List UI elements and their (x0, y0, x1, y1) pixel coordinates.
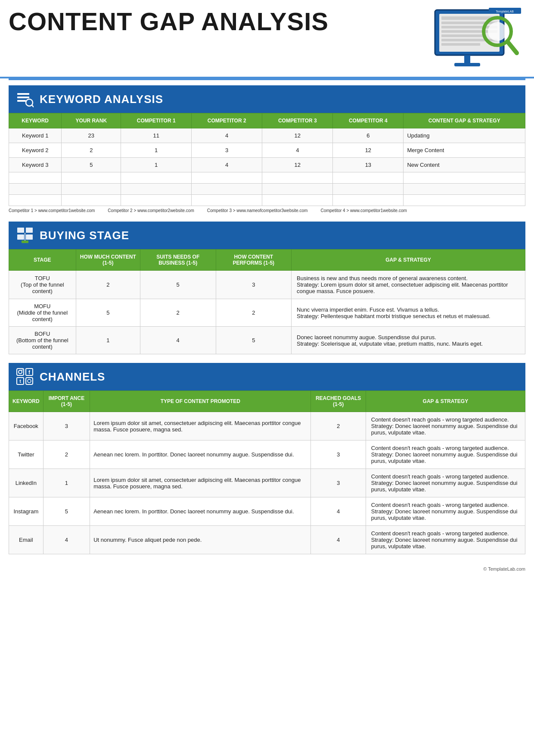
kw-cell-0-2: 11 (121, 128, 192, 143)
ch-header-importance: Import ance (1-5) (43, 391, 90, 412)
competitor-note: Competitor 2 > www.competitor2website.co… (108, 208, 194, 213)
watermark: © TemplateLab.com (0, 563, 534, 575)
ch-content_type-2: Lorem ipsum dolor sit amet, consectetuer… (90, 469, 311, 497)
svg-point-28 (19, 370, 22, 374)
kw-header-gap: Content Gap & Strategy (404, 113, 525, 128)
channels-table-row: Email4Ut nonummy. Fusce aliquet pede non… (9, 526, 525, 554)
kw-cell-3-1 (62, 172, 121, 184)
ch-importance-4: 4 (43, 526, 90, 554)
buying-section-title: BUYING STAGE (40, 229, 129, 242)
ch-keyword-1: Twitter (9, 440, 43, 469)
bs-col2-0: 2 (76, 271, 140, 299)
svg-text:TemplateLAB: TemplateLAB (496, 10, 514, 13)
bs-stage-0: TOFU (Top of the funnel content) (9, 271, 76, 299)
ch-reached-4: 4 (311, 526, 366, 554)
keyword-table-row: Keyword 35141213New Content (9, 158, 525, 172)
ch-reached-1: 3 (311, 440, 366, 469)
bs-col3-2: 4 (140, 327, 216, 354)
ch-gap-3: Content doesn't reach goals - wrong targ… (366, 497, 525, 526)
ch-content_type-3: Aenean nec lorem. In porttitor. Donec la… (90, 497, 311, 526)
kw-cell-0-0: Keyword 1 (9, 128, 62, 143)
kw-cell-5-5 (333, 195, 404, 206)
kw-cell-1-3: 3 (192, 143, 262, 158)
kw-cell-2-4: 12 (262, 158, 333, 172)
svg-rect-16 (17, 93, 29, 95)
ch-content_type-1: Aenean nec lorem. In porttitor. Donec la… (90, 440, 311, 469)
bs-gap-1: Nunc viverra imperdiet enim. Fusce est. … (292, 299, 525, 327)
channels-table-row: LinkedIn1Lorem ipsum dolor sit amet, con… (9, 469, 525, 497)
kw-cell-0-3: 4 (192, 128, 262, 143)
bs-header-gap: Gap & Strategy (292, 250, 525, 271)
svg-rect-6 (441, 34, 484, 37)
bs-col3-1: 2 (140, 299, 216, 327)
kw-cell-2-0: Keyword 3 (9, 158, 62, 172)
kw-header-keyword: KEYWORD (9, 113, 62, 128)
svg-rect-18 (17, 100, 26, 102)
bs-col3-0: 5 (140, 271, 216, 299)
ch-content_type-4: Ut nonummy. Fusce aliquet pede non pede. (90, 526, 311, 554)
channels-icon: f t (16, 368, 34, 385)
kw-cell-3-5 (333, 172, 404, 184)
ch-importance-2: 1 (43, 469, 90, 497)
kw-cell-3-3 (192, 172, 262, 184)
channels-table: KEYWORD Import ance (1-5) Type of conten… (9, 390, 525, 554)
ch-keyword-2: LinkedIn (9, 469, 43, 497)
keyword-icon (16, 91, 34, 108)
svg-line-20 (32, 105, 34, 107)
competitor-note: Competitor 1 > www.competitor1website.co… (9, 208, 95, 213)
kw-cell-3-0 (9, 172, 62, 184)
kw-cell-4-1 (62, 184, 121, 195)
channels-section: f t CHANNELS KEYWORD Import ance (1-5) T… (9, 363, 525, 554)
kw-cell-5-4 (262, 195, 333, 206)
monitor-icon: TemplateLAB (426, 8, 521, 70)
ch-header-reached: Reached Goals (1-5) (311, 391, 366, 412)
svg-point-35 (28, 379, 31, 383)
svg-rect-9 (464, 55, 470, 63)
ch-keyword-3: Instagram (9, 497, 43, 526)
channels-table-row: Facebook3Lorem ipsum dolor sit amet, con… (9, 412, 525, 440)
kw-cell-4-5 (333, 184, 404, 195)
kw-cell-5-0 (9, 195, 62, 206)
buying-table-row: TOFU (Top of the funnel content)253Busin… (9, 271, 525, 299)
kw-cell-3-2 (121, 172, 192, 184)
keyword-section-header: KEYWORD ANALYSIS (9, 85, 525, 113)
kw-cell-0-1: 23 (62, 128, 121, 143)
bs-col2-1: 5 (76, 299, 140, 327)
ch-gap-4: Content doesn't reach goals - wrong targ… (366, 526, 525, 554)
kw-header-comp1: Competitor 1 (121, 113, 192, 128)
competitor-note: Competitor 4 > www.competitor1website.co… (320, 208, 407, 213)
buying-stage-icon (16, 227, 34, 244)
kw-cell-2-3: 4 (192, 158, 262, 172)
svg-rect-22 (26, 228, 33, 233)
keyword-section-title: KEYWORD ANALYSIS (40, 93, 163, 106)
ch-importance-1: 2 (43, 440, 90, 469)
kw-cell-1-6: Merge Content (404, 143, 525, 158)
kw-cell-1-5: 12 (333, 143, 404, 158)
svg-rect-24 (26, 234, 33, 240)
kw-cell-1-0: Keyword 2 (9, 143, 62, 158)
kw-cell-1-4: 4 (262, 143, 333, 158)
ch-reached-3: 4 (311, 497, 366, 526)
svg-point-12 (488, 22, 507, 41)
kw-cell-5-3 (192, 195, 262, 206)
kw-header-your-rank: Your Rank (62, 113, 121, 128)
kw-cell-4-4 (262, 184, 333, 195)
ch-header-keyword: KEYWORD (9, 391, 43, 412)
channels-section-header: f t CHANNELS (9, 363, 525, 390)
bs-col2-2: 1 (76, 327, 140, 354)
kw-cell-4-2 (121, 184, 192, 195)
bs-col4-2: 5 (216, 327, 291, 354)
bs-header-suits: Suits Needs of Business (1-5) (140, 250, 216, 271)
buying-table-row: MOFU (Middle of the funnel content)522Nu… (9, 299, 525, 327)
ch-keyword-4: Email (9, 526, 43, 554)
svg-rect-23 (17, 234, 24, 240)
kw-cell-2-6: New Content (404, 158, 525, 172)
bs-stage-2: BOFU (Bottom of the funnel content) (9, 327, 76, 354)
svg-line-13 (507, 41, 517, 53)
keyword-table-row (9, 184, 525, 195)
kw-header-comp2: Competitor 2 (192, 113, 262, 128)
competitor-note: Competitor 3 > www.nameofcompetitor3webs… (207, 208, 308, 213)
bs-header-stage: STAGE (9, 250, 76, 271)
kw-cell-5-1 (62, 195, 121, 206)
bs-stage-1: MOFU (Middle of the funnel content) (9, 299, 76, 327)
